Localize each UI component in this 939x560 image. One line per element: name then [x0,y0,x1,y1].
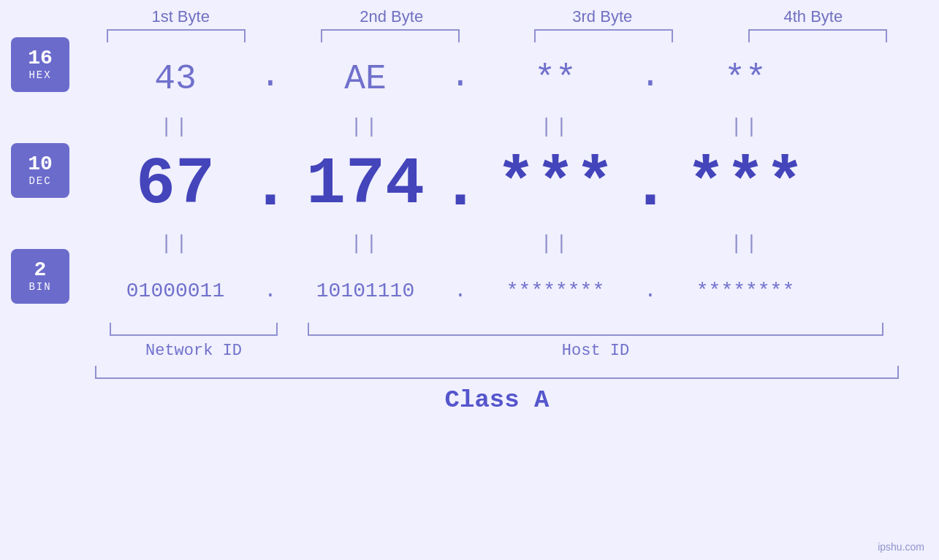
bin-dot-1: . [265,280,277,302]
dec-values-row: 67 . 174 . *** . *** [95,145,899,225]
eq-row-2: || || || || [95,225,899,261]
byte-header-4: 4th Byte [733,7,894,26]
host-id-bracket-bottom [308,323,884,336]
class-label: Class A [445,386,550,414]
dec-dot-1: . [251,154,290,220]
id-bracket-row: Network ID Host ID [95,323,899,360]
eq-2-3: || [540,232,571,255]
eq-1-2: || [350,115,381,138]
byte-header-1: 1st Byte [100,7,261,26]
eq-2-2: || [350,232,381,255]
hex-dot-2: . [450,58,471,93]
hex-dot-3: . [640,58,661,93]
dec-dot-3: . [631,154,670,220]
hex-dot-1: . [260,58,281,93]
hex-val-2: AE [344,59,387,99]
bin-dot-3: . [645,280,657,302]
hex-badge: 16 HEX [11,37,69,92]
main-container: 1st Byte 2nd Byte 3rd Byte 4th Byte [0,0,939,560]
class-bracket-row: Class A [95,366,899,414]
network-id-label: Network ID [145,342,242,360]
eq-2-4: || [730,232,761,255]
bin-values-row: 01000011 . 10101110 . ******** . [95,261,899,320]
eq-1-4: || [730,115,761,138]
network-id-bracket-bottom [110,323,278,336]
host-id-label: Host ID [562,342,629,360]
bracket-top-3 [534,29,673,42]
class-bracket-bottom [95,366,899,379]
hex-val-3: ** [534,59,577,99]
hex-values-row: 43 . AE . ** . ** [95,50,899,108]
byte-header-2: 2nd Byte [311,7,472,26]
dec-val-3: *** [496,152,615,218]
eq-2-1: || [160,232,191,255]
bracket-top-2 [321,29,460,42]
eq-1-3: || [540,115,571,138]
byte-header-3: 3rd Byte [522,7,683,26]
bin-dot-2: . [455,280,467,302]
eq-1-1: || [160,115,191,138]
bracket-top-4 [748,29,887,42]
bin-badge: 2 BIN [11,249,69,304]
dec-val-4: *** [686,152,805,218]
dec-val-1: 67 [136,152,215,218]
bin-val-2: 10101110 [316,280,414,302]
dec-badge: 10 DEC [11,143,69,198]
dec-dot-2: . [441,154,480,220]
bin-val-1: 01000011 [126,280,224,302]
bin-val-4: ******** [696,280,794,302]
hex-val-4: ** [724,59,767,99]
base-badges-column: 16 HEX 10 DEC 2 BIN [0,50,95,414]
bin-val-3: ******** [506,280,604,302]
dec-val-2: 174 [306,152,425,218]
watermark: ipshu.com [878,541,924,553]
bracket-top-1 [107,29,246,42]
hex-val-1: 43 [154,59,197,99]
eq-row-1: || || || || [95,108,899,145]
